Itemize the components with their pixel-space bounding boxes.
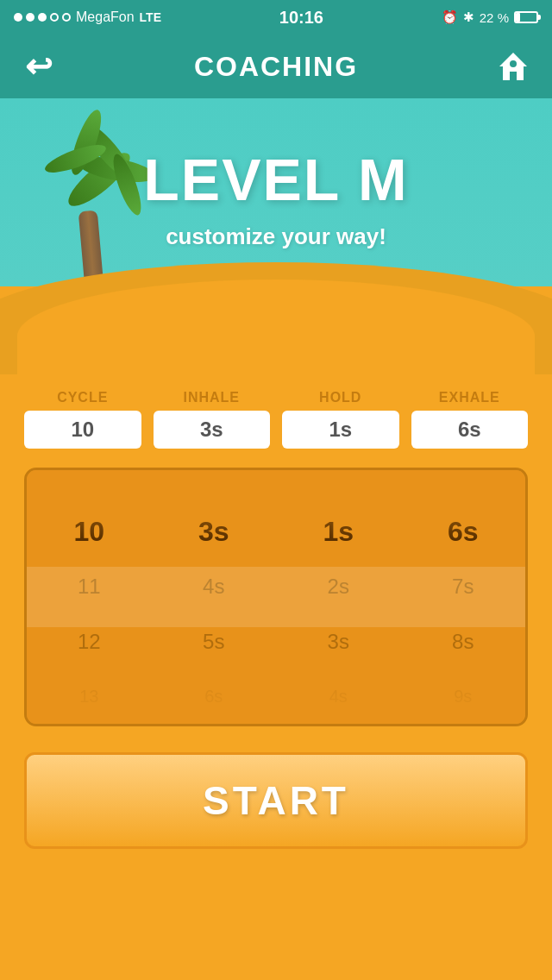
drum-cell-hold: 4s (276, 669, 401, 725)
dot4 (50, 13, 59, 22)
drum-cell-cycle: 12 (27, 614, 152, 669)
battery-label: 22 % (480, 10, 509, 25)
status-time: 10:16 (279, 8, 323, 28)
network-label: LTE (140, 10, 161, 24)
bluetooth-icon: ✱ (463, 9, 474, 25)
drum-cell-cycle: 13 (27, 669, 152, 725)
dot3 (38, 13, 47, 22)
drum-cell-hold: 1s (276, 505, 401, 560)
level-title: LEVEL M (0, 146, 552, 213)
header: ↩ COACHING (0, 35, 552, 98)
battery-icon (514, 11, 538, 23)
drum-cell-inhale: 4s (152, 560, 277, 615)
drum-cell-cycle: 10 (27, 505, 152, 560)
drum-cell-cycle: 11 (27, 560, 152, 615)
controls-section: CYCLE 10 INHALE 3s HOLD 1s EXHALE 6s (0, 374, 552, 457)
drum-cell-hold: 2s (276, 560, 401, 615)
scene-area: LEVEL M customize your way! (0, 98, 552, 374)
control-inhale[interactable]: INHALE 3s (154, 390, 271, 449)
status-right: ⏰ ✱ 22 % (442, 9, 538, 25)
control-exhale[interactable]: EXHALE 6s (411, 390, 529, 449)
drum-cell-exhale: 6s (401, 505, 526, 560)
back-arrow-icon: ↩ (25, 50, 53, 83)
exhale-label: EXHALE (439, 390, 500, 405)
back-button[interactable]: ↩ (17, 47, 60, 85)
signal-dots (14, 13, 71, 22)
dot1 (14, 13, 22, 22)
cycle-label: CYCLE (57, 390, 108, 405)
dot5 (62, 13, 71, 22)
control-hold[interactable]: HOLD 1s (282, 390, 399, 449)
drum-cell-exhale: 9s (401, 669, 526, 725)
drum-cell-inhale: 3s (152, 505, 277, 560)
drum-cell-inhale: 6s (152, 669, 277, 725)
inhale-value[interactable]: 3s (154, 411, 271, 449)
carrier-label: MegaFon (76, 9, 135, 25)
sand-hill (0, 262, 552, 374)
drum-col-cycle[interactable]: 10111213 (27, 470, 152, 724)
drum-cell-hold: 3s (276, 614, 401, 669)
drum-col-exhale[interactable]: 6s7s8s9s (401, 470, 526, 724)
exhale-value[interactable]: 6s (411, 411, 529, 449)
controls-row: CYCLE 10 INHALE 3s HOLD 1s EXHALE 6s (24, 390, 528, 449)
home-icon (496, 49, 530, 84)
drum-col-hold[interactable]: 1s2s3s4s (276, 470, 401, 724)
header-title: COACHING (194, 51, 358, 83)
cycle-value[interactable]: 10 (24, 411, 141, 449)
status-left: MegaFon LTE (14, 9, 161, 25)
hold-label: HOLD (319, 390, 361, 405)
drum-rows: 101112133s4s5s6s1s2s3s4s6s7s8s9s (27, 470, 525, 724)
hold-value[interactable]: 1s (282, 411, 399, 449)
picker-drum[interactable]: 101112133s4s5s6s1s2s3s4s6s7s8s9s (24, 468, 528, 726)
drum-inner: 101112133s4s5s6s1s2s3s4s6s7s8s9s (27, 470, 525, 724)
start-section: START (0, 737, 552, 870)
level-subtitle: customize your way! (0, 223, 552, 250)
drum-cell-exhale: 7s (401, 560, 526, 615)
start-button[interactable]: START (24, 752, 528, 849)
control-cycle[interactable]: CYCLE 10 (24, 390, 141, 449)
home-button[interactable] (492, 47, 535, 85)
battery-fill (516, 13, 520, 22)
dot2 (26, 13, 34, 22)
status-bar: MegaFon LTE 10:16 ⏰ ✱ 22 % (0, 0, 552, 35)
inhale-label: INHALE (183, 390, 240, 405)
drum-cell-inhale: 5s (152, 614, 277, 669)
drum-cell-exhale: 8s (401, 614, 526, 669)
svg-point-1 (510, 60, 517, 67)
alarm-icon: ⏰ (442, 9, 458, 25)
drum-col-inhale[interactable]: 3s4s5s6s (152, 470, 277, 724)
